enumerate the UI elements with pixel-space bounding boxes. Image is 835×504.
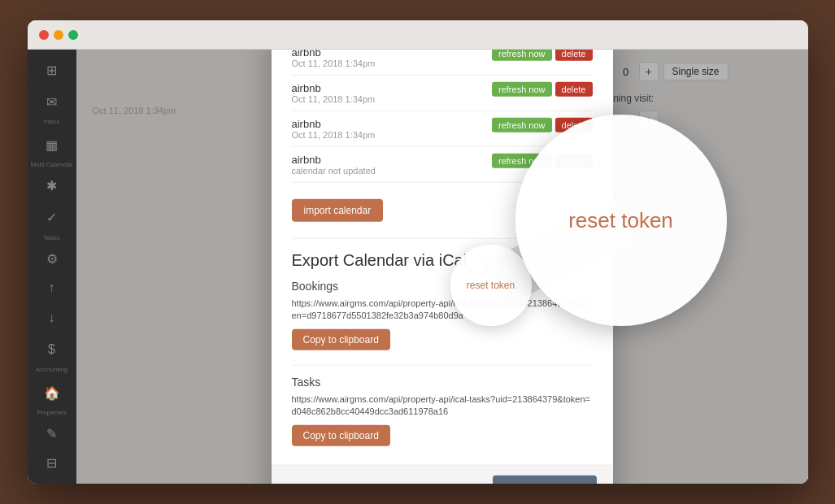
- traffic-light-yellow[interactable]: [54, 30, 63, 40]
- refresh-btn-3[interactable]: refresh now: [492, 118, 551, 133]
- sidebar-label-calendar: Multi Calendar: [31, 161, 73, 168]
- tasks-label: Tasks: [292, 376, 593, 389]
- sidebar-label-inbox: Inbox: [44, 118, 60, 125]
- delete-btn-2[interactable]: delete: [555, 82, 593, 97]
- tasks-url: https://www.airgms.com/api/property-api/…: [292, 393, 593, 419]
- copy-clipboard-btn-1[interactable]: Copy to clipboard: [292, 329, 390, 350]
- browser-body: ⊞ ✉ Inbox ▦ Multi Calendar ✱ ✓ Tasks ⚙ ↑…: [28, 50, 808, 484]
- back-btn[interactable]: Back: [461, 481, 485, 484]
- calendar-item-4-name: airbnb: [292, 154, 376, 166]
- traffic-light-green[interactable]: [68, 30, 78, 40]
- refresh-btn-1[interactable]: refresh now: [492, 50, 551, 61]
- calendar-item-4-date: calendar not updated: [292, 166, 376, 176]
- sidebar-group-accounting: $ Accounting: [28, 335, 76, 373]
- modal-footer: Back Save and Close: [272, 464, 613, 484]
- zoom-large-text: reset token: [568, 208, 673, 233]
- save-close-btn[interactable]: Save and Close: [493, 475, 597, 484]
- browser-window: ⊞ ✉ Inbox ▦ Multi Calendar ✱ ✓ Tasks ⚙ ↑…: [28, 20, 808, 484]
- delete-btn-1[interactable]: delete: [555, 50, 593, 61]
- calendar-item-1: airbnb Oct 11, 2018 1:34pm refresh now d…: [292, 50, 593, 76]
- sidebar-group-inbox: ✉ Inbox: [28, 87, 76, 125]
- calendar-item-3: airbnb Oct 11, 2018 1:34pm refresh now d…: [292, 111, 593, 147]
- calendar-item-2-info: airbnb Oct 11, 2018 1:34pm: [292, 82, 376, 104]
- refresh-btn-2[interactable]: refresh now: [492, 82, 551, 97]
- traffic-light-red[interactable]: [39, 30, 49, 40]
- sidebar-item-grid[interactable]: ⊟: [37, 451, 67, 476]
- sidebar-item-calendar[interactable]: ▦: [37, 130, 67, 159]
- zoom-circle-small: reset token: [450, 245, 532, 326]
- sidebar-item-accounting[interactable]: $: [37, 335, 67, 364]
- sidebar-group-properties: 🏠 Properties: [28, 378, 76, 416]
- calendar-item-3-date: Oct 11, 2018 1:34pm: [292, 130, 376, 140]
- sidebar-group-tasks: ✓ Tasks: [28, 203, 76, 241]
- calendar-item-2-name: airbnb: [292, 82, 376, 94]
- import-calendar-btn[interactable]: import calendar: [292, 199, 384, 222]
- title-bar: [28, 20, 808, 50]
- calendar-item-1-name: airbnb: [292, 50, 376, 59]
- calendar-item-1-date: Oct 11, 2018 1:34pm: [292, 59, 376, 68]
- sidebar-item-settings[interactable]: ⚙: [37, 246, 67, 271]
- calendar-item-3-info: airbnb Oct 11, 2018 1:34pm: [292, 118, 376, 140]
- main-content: Oct 11, 2018 1:34pm − 0 + Single size Cl…: [76, 50, 808, 484]
- sidebar-label-tasks: Tasks: [43, 234, 59, 241]
- sidebar-item-up[interactable]: ↑: [37, 276, 67, 300]
- section-divider-2: [292, 365, 593, 366]
- sidebar-label-accounting: Accounting: [36, 366, 68, 373]
- calendar-item-1-actions: refresh now delete: [492, 50, 592, 61]
- copy-clipboard-btn-2[interactable]: Copy to clipboard: [292, 424, 390, 445]
- calendar-item-2-actions: refresh now delete: [492, 82, 592, 97]
- calendar-item-1-info: airbnb Oct 11, 2018 1:34pm: [292, 50, 376, 68]
- sidebar-item-inbox[interactable]: ✉: [37, 87, 67, 116]
- sidebar-item-edit[interactable]: ✎: [37, 421, 67, 445]
- sidebar-item-star[interactable]: ✱: [37, 173, 67, 198]
- zoom-circle-large: reset token: [515, 115, 727, 326]
- calendar-item-2: airbnb Oct 11, 2018 1:34pm refresh now d…: [292, 76, 593, 111]
- calendar-item-4-info: airbnb calendar not updated: [292, 154, 376, 176]
- zoom-small-text: reset token: [467, 280, 515, 291]
- sidebar-label-properties: Properties: [37, 409, 66, 416]
- sidebar-icon-home[interactable]: ⊞: [37, 58, 67, 82]
- sidebar-item-tasks[interactable]: ✓: [37, 203, 67, 232]
- traffic-lights: [39, 30, 78, 40]
- sidebar: ⊞ ✉ Inbox ▦ Multi Calendar ✱ ✓ Tasks ⚙ ↑…: [28, 50, 76, 484]
- sidebar-item-down[interactable]: ↓: [37, 306, 67, 330]
- calendar-item-3-name: airbnb: [292, 118, 376, 130]
- bookings-url: https://www.airgms.com/api/property-api/…: [292, 298, 593, 323]
- sidebar-item-properties[interactable]: 🏠: [37, 378, 67, 407]
- sidebar-group-calendar: ▦ Multi Calendar: [28, 130, 76, 168]
- calendar-item-2-date: Oct 11, 2018 1:34pm: [292, 94, 376, 104]
